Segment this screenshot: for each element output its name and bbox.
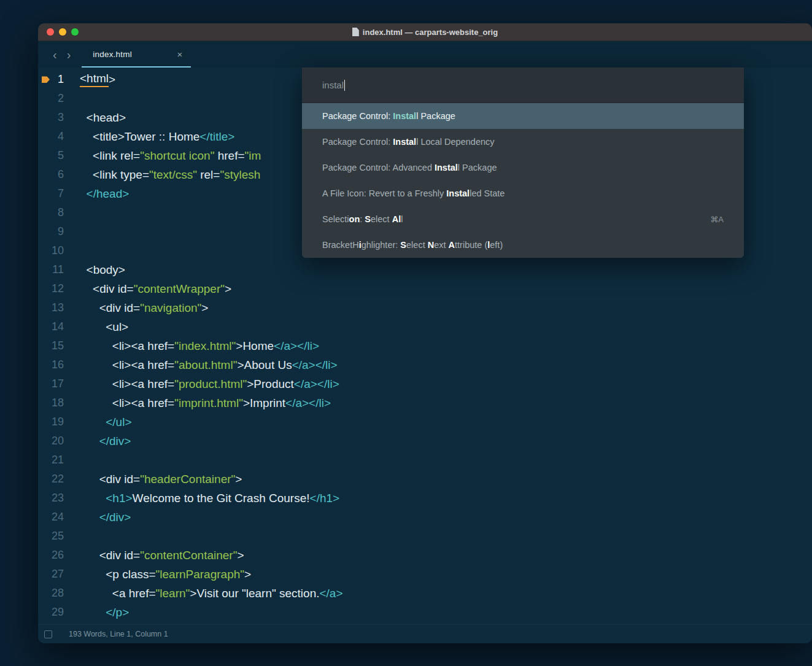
palette-item-label: BracketHighlighter: Select Next Attribut… [322,240,503,250]
code-line[interactable]: <li><a href="imprint.html">Imprint</a></… [80,393,812,412]
palette-item[interactable]: Package Control: Install Package [302,103,744,129]
line-number[interactable]: 15 [38,336,70,355]
status-panel-icon[interactable] [44,630,52,638]
line-number[interactable]: 5 [38,146,70,165]
code-line[interactable]: <li><a href="product.html">Product</a></… [80,374,812,393]
command-palette-query: instal [322,80,344,90]
line-number[interactable]: 12 [38,279,70,298]
window-title: index.html — carparts-website_orig [352,28,498,37]
minimize-window-button[interactable] [59,28,66,36]
line-number[interactable]: 25 [38,527,70,546]
line-number[interactable]: 28 [38,584,70,603]
line-number[interactable]: 1 [38,70,70,89]
back-icon[interactable]: ‹ [53,48,57,61]
line-number[interactable]: 27 [38,565,70,584]
palette-item[interactable]: Package Control: Install Local Dependenc… [302,129,744,155]
line-number[interactable]: 16 [38,355,70,374]
zoom-window-button[interactable] [71,28,79,36]
line-number[interactable]: 9 [38,222,70,241]
line-number[interactable]: 20 [38,432,70,451]
line-number[interactable]: 2 [38,89,70,108]
shortcut-label: ⌘A [710,215,724,224]
code-line[interactable]: <body> [80,260,812,279]
tab-close-icon[interactable]: × [177,49,183,60]
code-line[interactable]: <a href="learn">Visit our "learn" sectio… [80,584,812,603]
line-number[interactable]: 11 [38,260,70,279]
line-number[interactable]: 22 [38,470,70,489]
line-number[interactable]: 21 [38,451,70,470]
palette-item[interactable]: A File Icon: Revert to a Freshly Install… [302,180,744,206]
palette-item[interactable]: Selection: Select All⌘A [302,206,744,232]
command-palette: instal Package Control: Install PackageP… [302,68,744,258]
bookmark-icon [42,76,50,83]
tab-bar: ‹ › index.html × [38,41,812,68]
palette-item-label: Package Control: Install Package [322,111,455,121]
line-number[interactable]: 13 [38,298,70,317]
line-number[interactable]: 3 [38,108,70,127]
line-number[interactable]: 7 [38,184,70,203]
code-line[interactable]: <p class="learnParagraph"> [80,565,812,584]
line-number[interactable]: 26 [38,546,70,565]
palette-item-label: Package Control: Install Local Dependenc… [322,137,495,147]
gutter: 1234567891011121314151617181920212223242… [38,70,70,624]
palette-item-label: A File Icon: Revert to a Freshly Install… [322,188,505,198]
line-number[interactable]: 8 [38,203,70,222]
tab-index-html[interactable]: index.html × [82,41,191,68]
editor-window: index.html — carparts-website_orig ‹ › i… [38,23,812,643]
status-bar: 193 Words, Line 1, Column 1 [38,624,812,643]
code-line[interactable] [80,527,812,546]
palette-item-label: Package Control: Advanced Install Packag… [322,163,497,172]
palette-item-label: Selection: Select All [322,214,403,224]
line-number[interactable]: 14 [38,317,70,336]
code-line[interactable]: <li><a href="index.html">Home</a></li> [80,336,812,355]
code-line[interactable]: <div id="contentContainer"> [80,546,812,565]
code-line[interactable]: </div> [80,432,812,451]
code-line[interactable]: <div id="headerContainer"> [80,470,812,489]
traffic-lights [47,23,79,41]
line-number[interactable]: 17 [38,374,70,393]
text-cursor [344,80,345,91]
code-line[interactable]: <div id="contentWrapper"> [80,279,812,298]
line-number[interactable]: 23 [38,489,70,508]
document-icon [352,28,359,36]
line-number[interactable]: 19 [38,412,70,432]
line-number[interactable]: 4 [38,127,70,146]
status-text: 193 Words, Line 1, Column 1 [69,630,168,638]
close-window-button[interactable] [47,28,54,36]
palette-item[interactable]: BracketHighlighter: Select Next Attribut… [302,232,744,258]
command-palette-input[interactable]: instal [302,68,744,103]
line-number[interactable]: 10 [38,241,70,260]
tab-label: index.html [93,50,132,59]
palette-list: Package Control: Install PackagePackage … [302,103,744,258]
palette-item[interactable]: Package Control: Advanced Install Packag… [302,155,744,180]
code-line[interactable]: <div id="navigation"> [80,298,812,317]
code-line[interactable]: </p> [80,603,812,622]
forward-icon[interactable]: › [67,48,71,61]
line-number[interactable]: 18 [38,393,70,412]
line-number[interactable]: 24 [38,508,70,527]
title-bar[interactable]: index.html — carparts-website_orig [38,23,812,41]
line-number[interactable]: 6 [38,165,70,184]
code-line[interactable] [80,451,812,470]
code-line[interactable]: <li><a href="about.html">About Us</a></l… [80,355,812,374]
code-line[interactable]: </div> [80,508,812,527]
code-line[interactable]: <ul> [80,317,812,336]
line-number[interactable]: 29 [38,603,70,622]
code-line[interactable]: <h1>Welcome to the Git Crash Course!</h1… [80,489,812,508]
history-nav: ‹ › [38,41,82,68]
window-title-text: index.html — carparts-website_orig [363,28,498,37]
code-line[interactable]: </ul> [80,412,812,432]
